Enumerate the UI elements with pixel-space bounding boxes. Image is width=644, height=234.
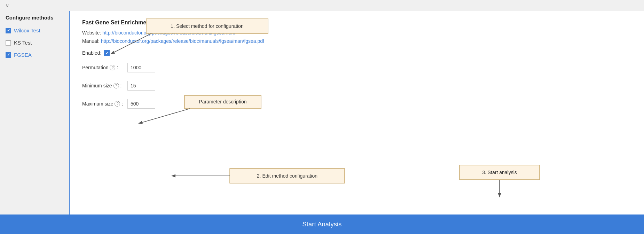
content-area: Fast Gene Set Enrichment Analysis Websit…: [70, 11, 644, 214]
enabled-label: Enabled:: [82, 50, 101, 56]
param-input-minsize[interactable]: [127, 81, 155, 91]
param-label-permutation: Permutation ? :: [82, 65, 124, 70]
param-row-maxsize: Maximum size ? :: [82, 99, 631, 109]
help-icon-maxsize[interactable]: ?: [115, 101, 120, 107]
method-label-ks: KS Test: [14, 40, 32, 46]
callout4-box: [460, 165, 540, 180]
website-label: Website:: [82, 30, 102, 36]
param-input-maxsize[interactable]: [127, 99, 155, 109]
method-label-wilcox: Wilcox Test: [14, 28, 40, 33]
start-analysis-button[interactable]: Start Analysis: [0, 214, 644, 234]
main-area: Configure methods Wilcox Test KS Test FG…: [0, 11, 644, 214]
start-analysis-label: Start Analysis: [302, 221, 341, 228]
param-row-permutation: Permutation ? :: [82, 63, 631, 72]
manual-label: Manual:: [82, 38, 101, 44]
help-icon-minsize[interactable]: ?: [113, 83, 119, 88]
callout3-text: 2. Edit method configuration: [257, 173, 317, 179]
website-row: Website: http://bioconductor.org/package…: [82, 30, 631, 36]
param-label-text-maxsize: Maximum size: [82, 101, 113, 107]
chevron-icon: ∨: [6, 3, 9, 8]
section-title: Fast Gene Set Enrichment Analysis: [82, 20, 631, 26]
enabled-row: Enabled:: [82, 50, 631, 56]
param-label-text-minsize: Minimum size: [82, 83, 112, 88]
method-item-wilcox[interactable]: Wilcox Test: [6, 28, 63, 33]
callout2-arrow: [139, 109, 190, 123]
method-checkbox-ks[interactable]: [6, 40, 11, 46]
method-checkbox-fgsea[interactable]: [6, 52, 11, 58]
sidebar-title: Configure methods: [6, 15, 63, 21]
method-label-fgsea: FGSEA: [14, 52, 32, 58]
param-label-text-permutation: Permutation: [82, 65, 108, 70]
method-checkbox-wilcox[interactable]: [6, 28, 11, 33]
method-item-fgsea[interactable]: FGSEA: [6, 52, 63, 58]
param-label-maxsize: Maximum size ? :: [82, 101, 124, 107]
param-label-minsize: Minimum size ? :: [82, 83, 124, 88]
manual-link[interactable]: http://bioconductor.org/packages/release…: [101, 38, 264, 44]
param-row-minsize: Minimum size ? :: [82, 81, 631, 91]
help-icon-permutation[interactable]: ?: [110, 65, 115, 70]
enabled-checkbox[interactable]: [104, 50, 110, 56]
sidebar: Configure methods Wilcox Test KS Test FG…: [0, 11, 70, 214]
callout4-text: 3. Start analysis: [482, 170, 517, 175]
manual-row: Manual: http://bioconductor.org/packages…: [82, 38, 631, 44]
param-input-permutation[interactable]: [127, 63, 155, 72]
method-item-ks[interactable]: KS Test: [6, 40, 63, 46]
website-link[interactable]: http://bioconductor.org/packages/release…: [102, 30, 235, 36]
top-chevron[interactable]: ∨: [0, 0, 644, 11]
callout3-box: [230, 169, 345, 183]
app-container: ∨ Configure methods Wilcox Test KS Test …: [0, 0, 644, 234]
